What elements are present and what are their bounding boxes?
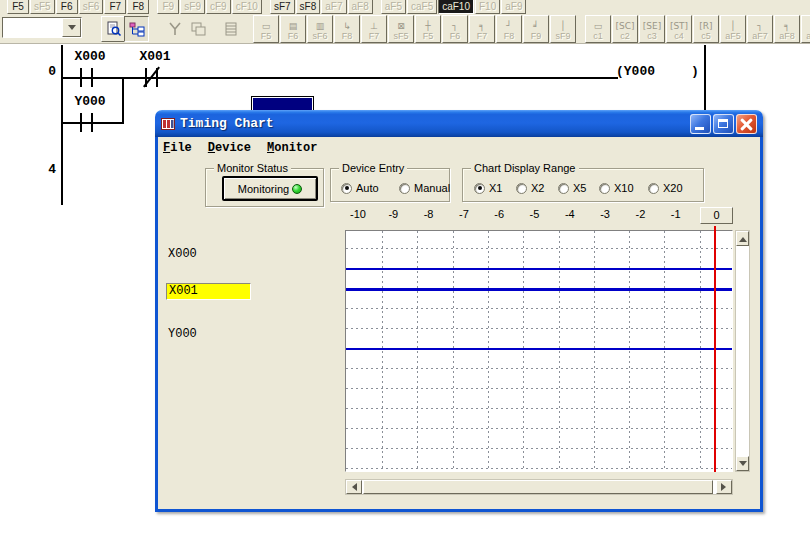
timeline-tick--5: -5 xyxy=(518,208,552,220)
vertical-scroll-track[interactable] xyxy=(736,246,749,456)
monitor-status-label: Monitor Status xyxy=(214,162,291,174)
contact-x001-label: X001 xyxy=(134,49,176,64)
project-tree-icon xyxy=(129,21,145,37)
device-name-field-X001[interactable]: X001 xyxy=(166,283,251,300)
device-name-X000[interactable]: X000 xyxy=(168,247,197,261)
signal-trace-X000 xyxy=(346,268,732,270)
titlebar[interactable]: Timing Chart xyxy=(155,110,763,137)
maximize-button[interactable] xyxy=(713,114,734,134)
chart-range-radio-x20[interactable]: X20 xyxy=(648,182,683,194)
contact-y000-icon[interactable] xyxy=(80,113,82,132)
minimize-button[interactable] xyxy=(690,114,711,134)
chart-display-range-group: Chart Display Range X1X2X5X10X20 xyxy=(462,168,704,202)
device-entry-label: Device Entry xyxy=(339,162,407,174)
combobox-dropdown-button[interactable] xyxy=(62,18,81,37)
menu-monitor[interactable]: Monitor xyxy=(267,141,317,155)
timeline-tick--8: -8 xyxy=(412,208,446,220)
ladder-button-F6-corner-top-icon: ┐F6 xyxy=(442,15,468,43)
grid-vline xyxy=(382,231,383,471)
ladder-button-F7-vertical-line-icon: ⊥F7 xyxy=(361,15,387,43)
combobox-input[interactable] xyxy=(3,18,62,37)
ladder-symbol-toolbar: ▭F5▤F6▥sF6↳F8⊥F7⊠sF5┼F5┐F6╕F7┘F8╛F9│sF9▭… xyxy=(0,14,810,44)
vertical-scrollbar[interactable] xyxy=(735,230,750,472)
find-document-button[interactable] xyxy=(101,16,126,42)
menu-file[interactable]: File xyxy=(163,141,192,155)
fkey-button-sF6: sF6 xyxy=(79,0,104,14)
radio-circle-icon xyxy=(599,183,610,194)
ladder-button-c3-se-block-icon: [SE]c3 xyxy=(639,15,665,43)
device-entry-radio-manual[interactable]: Manual xyxy=(399,182,450,194)
arrow-up-icon xyxy=(739,233,747,242)
horizontal-scroll-thumb[interactable] xyxy=(363,480,713,494)
fkey-button-caF10[interactable]: caF10 xyxy=(438,0,474,14)
scroll-down-button[interactable] xyxy=(736,456,749,471)
cascade-windows-button xyxy=(185,16,210,42)
close-button[interactable] xyxy=(736,114,757,134)
ladder-button-c1-dashed-box-icon: ▭c1 xyxy=(585,15,611,43)
ladder-button-c2-sc-block-icon: [SC]c2 xyxy=(612,15,638,43)
fkey-button-F7[interactable]: F7 xyxy=(104,0,126,14)
device-entry-radio-auto[interactable]: Auto xyxy=(341,182,379,194)
grid-vline xyxy=(629,231,630,471)
fkey-button-aF9: aF9 xyxy=(501,0,526,14)
ladder-button-c4-st-block-icon: [ST]c4 xyxy=(666,15,692,43)
timeline-tick--7: -7 xyxy=(447,208,481,220)
grid-vline xyxy=(594,231,595,471)
chart-range-radio-x1[interactable]: X1 xyxy=(474,182,502,194)
ladder-button-aF9-corner-bottom-icon: ┘aF9 xyxy=(801,15,810,43)
fkey-button-F5[interactable]: F5 xyxy=(7,0,29,14)
grid-hline xyxy=(346,248,732,249)
radio-dot-icon xyxy=(345,186,349,190)
device-name-Y000[interactable]: Y000 xyxy=(168,327,197,341)
fkey-button-sF8[interactable]: sF8 xyxy=(296,0,321,14)
ladder-button-aF8-double-corner-top-icon: ╕aF8 xyxy=(774,15,800,43)
chart-range-radio-x10[interactable]: X10 xyxy=(599,182,634,194)
fkey-button-aF7: aF7 xyxy=(321,0,346,14)
ladder-button-aF5-vertical-bar-icon: │aF5 xyxy=(720,15,746,43)
timeline-tick--1: -1 xyxy=(659,208,693,220)
ladder-button-F8-branch-arrow-icon: ↳F8 xyxy=(334,15,360,43)
grid-vline xyxy=(559,231,560,471)
scroll-up-button[interactable] xyxy=(736,231,749,246)
ladder-button-sF9-vertical-bar-icon: │sF9 xyxy=(550,15,576,43)
contact-y000-label: Y000 xyxy=(69,94,111,109)
grid-hline xyxy=(346,428,732,429)
grid-vline xyxy=(700,231,701,471)
project-tree-toggle-button[interactable] xyxy=(124,16,149,42)
parameter-table-icon xyxy=(223,21,239,37)
coil-y000-label[interactable]: (Y000 xyxy=(616,64,655,79)
signal-trace-Y000 xyxy=(346,348,732,350)
monitoring-button[interactable]: Monitoring xyxy=(222,176,318,201)
chart-range-radio-x5[interactable]: X5 xyxy=(558,182,586,194)
fkey-button-F6[interactable]: F6 xyxy=(56,0,78,14)
time-cursor-line[interactable] xyxy=(714,226,716,472)
ladder-button-F6-closed-contact-icon: ▤F6 xyxy=(280,15,306,43)
timeline-tick--10: -10 xyxy=(341,208,375,220)
scroll-right-button[interactable] xyxy=(716,480,732,494)
fkey-button-F9: F9 xyxy=(157,0,179,14)
contact-x000-icon[interactable] xyxy=(80,68,82,87)
grid-vline xyxy=(453,231,454,471)
grid-hline xyxy=(346,408,732,409)
timeline-tick--6: -6 xyxy=(482,208,516,220)
timing-chart-window: Timing Chart FileDeviceMonitor Monitor S… xyxy=(155,110,763,512)
grid-hline xyxy=(346,448,732,449)
radio-circle-icon xyxy=(341,183,352,194)
horizontal-scrollbar[interactable] xyxy=(345,479,733,495)
fkey-button-sF7[interactable]: sF7 xyxy=(270,0,295,14)
horizontal-scroll-track[interactable] xyxy=(362,480,716,494)
parameter-table-button xyxy=(218,16,243,42)
menu-device[interactable]: Device xyxy=(208,141,251,155)
ladder-button-aF7-corner-top-icon: ┐aF7 xyxy=(747,15,773,43)
coil-close-paren: ) xyxy=(691,64,699,79)
chart-range-radio-x2[interactable]: X2 xyxy=(516,182,544,194)
chevron-down-icon xyxy=(68,25,76,34)
fkey-button-F8[interactable]: F8 xyxy=(127,0,149,14)
ladder-button-sF6-parallel-open-icon: ▥sF6 xyxy=(307,15,333,43)
device-search-combobox[interactable] xyxy=(2,17,82,38)
scroll-left-button[interactable] xyxy=(346,480,362,494)
contact-x000-label: X000 xyxy=(69,49,111,64)
monitoring-led-icon xyxy=(292,184,302,194)
ladder-button-sF5-application-box-icon: ⊠sF5 xyxy=(388,15,414,43)
arrow-left-icon xyxy=(348,483,357,491)
